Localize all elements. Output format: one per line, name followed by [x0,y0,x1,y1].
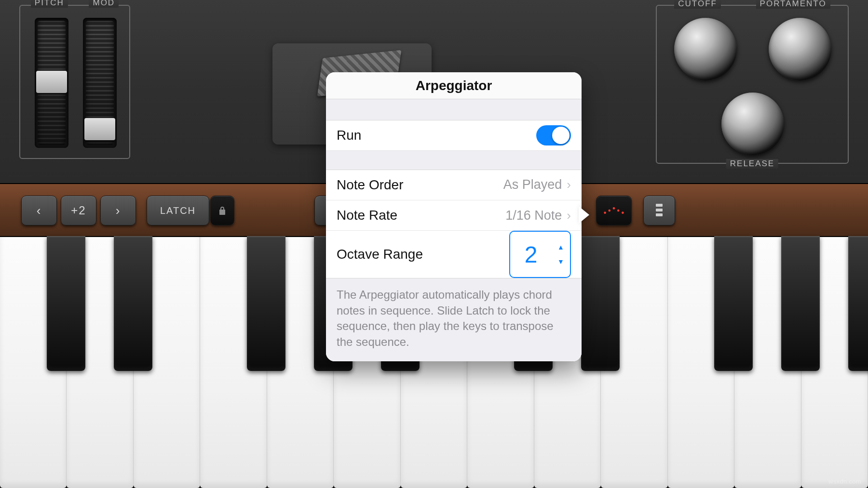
black-key[interactable] [247,236,285,371]
arpeggiator-icon [603,206,625,215]
keyboard-view-button[interactable] [643,196,675,225]
portamento-knob[interactable] [769,18,831,80]
note-order-row[interactable]: Note Order As Played › [326,170,582,200]
mod-label: MOD [89,0,119,8]
octave-value: +2 [71,204,86,217]
knob-top-labels: CUTOFF PORTAMENTO [657,0,848,9]
mod-wheel[interactable] [83,18,117,148]
black-key[interactable] [114,236,152,371]
run-toggle[interactable] [536,125,571,145]
popover-title: Arpeggiator [326,72,582,99]
svg-point-4 [622,211,624,214]
release-knob[interactable] [721,92,784,155]
popover-spacer [326,99,582,120]
stepper-down-icon[interactable]: ▼ [557,258,564,265]
svg-rect-6 [656,209,663,211]
cutoff-label: CUTOFF [674,0,721,9]
stepper-arrows: ▲ ▼ [552,244,570,265]
svg-rect-7 [656,213,663,216]
note-rate-value-wrap: 1/16 Note › [505,208,571,223]
pitch-wheel-thumb[interactable] [36,71,67,93]
lock-icon [218,206,226,215]
arpeggiator-run-row: Run [326,120,582,151]
octave-range-label: Octave Range [337,247,423,262]
octave-up-button[interactable]: › [100,196,136,225]
octave-value-button[interactable]: +2 [61,196,96,225]
latch-lock-button[interactable] [210,196,234,225]
arpeggiator-popover: Arpeggiator Run Note Order As Played › N… [326,72,582,361]
keyboard-view-icon [654,203,665,218]
note-order-value-wrap: As Played › [503,177,571,192]
pitch-label: PITCH [31,0,68,8]
note-order-value: As Played [503,177,562,192]
note-rate-label: Note Rate [337,208,397,223]
watermark: wsxdn.com [828,478,861,485]
pitch-mod-labels: PITCH MOD [20,5,129,14]
black-key[interactable] [581,236,620,371]
knob-box: CUTOFF PORTAMENTO RELEASE [656,5,849,164]
black-key[interactable] [714,236,753,371]
svg-point-3 [617,210,620,212]
svg-rect-5 [656,204,663,207]
mod-wheel-thumb[interactable] [84,118,115,140]
portamento-label: PORTAMENTO [756,0,830,9]
chevron-left-icon: ‹ [37,203,42,218]
octave-range-row: Octave Range 2 ▲ ▼ [326,231,582,278]
note-order-label: Note Order [337,177,404,193]
arpeggiator-description: The Arpeggiator automatically plays chor… [326,278,582,361]
octave-range-value: 2 [510,241,552,268]
chevron-right-icon: › [567,208,571,223]
note-rate-row[interactable]: Note Rate 1/16 Note › [326,200,582,231]
popover-arrow [579,206,589,224]
pitch-mod-box: PITCH MOD [19,5,130,159]
chevron-right-icon: › [567,177,571,192]
svg-point-0 [604,211,606,214]
svg-point-1 [609,210,611,212]
black-key[interactable] [781,236,820,371]
cutoff-knob[interactable] [674,18,737,80]
black-key[interactable] [848,236,868,371]
note-rate-value: 1/16 Note [505,208,562,223]
pitch-wheel[interactable] [35,18,68,148]
run-label: Run [337,128,361,143]
black-key[interactable] [47,236,85,371]
octave-range-stepper[interactable]: 2 ▲ ▼ [509,231,571,278]
latch-button[interactable]: LATCH [147,196,209,225]
latch-label: LATCH [160,205,196,216]
chevron-right-icon: › [116,203,121,218]
release-label: RELEASE [726,159,778,169]
toggle-thumb [552,127,570,144]
stepper-up-icon[interactable]: ▲ [557,244,564,251]
svg-point-2 [613,207,615,210]
octave-down-button[interactable]: ‹ [21,196,57,225]
arpeggiator-button[interactable] [596,196,632,225]
popover-spacer [326,151,582,170]
